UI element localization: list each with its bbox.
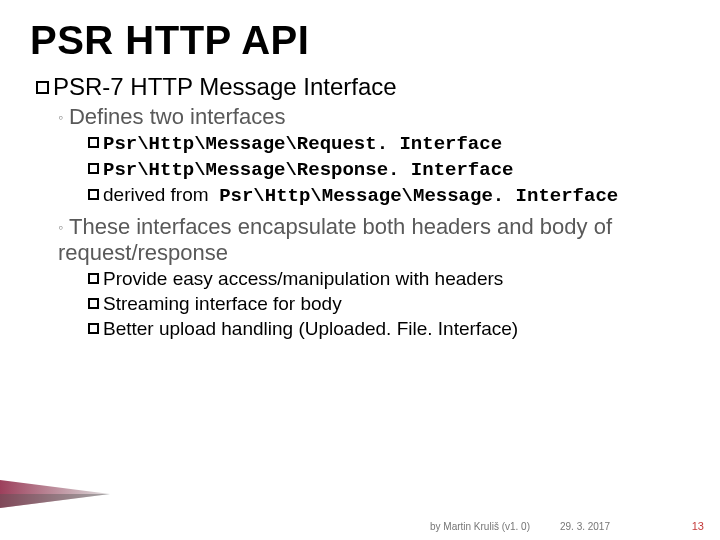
interface-request-code: Psr\Http\Message\Request. Interface: [103, 133, 502, 155]
footer-date: 29. 3. 2017: [560, 521, 610, 532]
point-headers-text: Provide easy access/manipulation with he…: [103, 268, 503, 289]
bullet-square-icon: [88, 189, 99, 200]
decorative-wedge: [0, 466, 110, 508]
point-stream: Streaming interface for body: [88, 293, 690, 316]
heading-psr7: PSR-7 HTTP Message Interface: [36, 73, 690, 102]
slide-title: PSR HTTP API: [30, 18, 690, 63]
svg-marker-1: [0, 494, 110, 508]
derived-line: derived from Psr\Http\Message\Message. I…: [88, 184, 690, 208]
interface-response-code: Psr\Http\Message\Response. Interface: [103, 159, 513, 181]
derived-text: derived from: [103, 184, 214, 205]
encapsulate-line: ◦These interfaces encapsulate both heade…: [58, 214, 658, 267]
footer-page-number: 13: [692, 520, 704, 532]
interface-request: Psr\Http\Message\Request. Interface: [88, 132, 690, 156]
point-upload-text: Better upload handling (Uploaded. File. …: [103, 318, 518, 339]
bullet-square-icon: [36, 81, 49, 94]
bullet-square-icon: [88, 163, 99, 174]
derived-code: Psr\Http\Message\Message. Interface: [219, 185, 618, 207]
bullet-square-icon: [88, 273, 99, 284]
heading-rest: HTTP Message Interface: [124, 73, 397, 100]
defines-line: ◦Defines two interfaces: [58, 104, 690, 130]
heading-prefix: PSR-7: [53, 73, 124, 100]
point-headers: Provide easy access/manipulation with he…: [88, 268, 690, 291]
footer-author: by Martin Kruliš (v1. 0): [430, 521, 530, 532]
bullet-square-icon: [88, 137, 99, 148]
defines-text: Defines two interfaces: [69, 104, 285, 129]
bullet-circle-icon: ◦: [58, 109, 63, 126]
bullet-square-icon: [88, 323, 99, 334]
point-stream-text: Streaming interface for body: [103, 293, 342, 314]
bullet-square-icon: [88, 298, 99, 309]
point-upload: Better upload handling (Uploaded. File. …: [88, 318, 690, 341]
bullet-circle-icon: ◦: [58, 219, 63, 236]
encapsulate-text: These interfaces encapsulate both header…: [58, 214, 612, 265]
interface-response: Psr\Http\Message\Response. Interface: [88, 158, 690, 182]
